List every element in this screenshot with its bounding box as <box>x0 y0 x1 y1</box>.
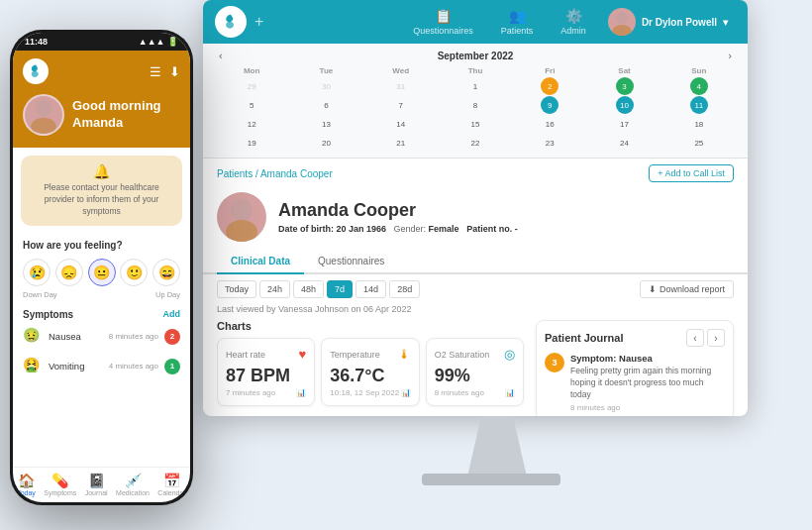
time-btn-today[interactable]: Today <box>217 280 256 298</box>
phone-nav-journal[interactable]: 📓 Journal <box>85 473 108 496</box>
time-filter: Today 24h 48h 7d 14d 28d ⬇ Download repo… <box>203 274 748 304</box>
cal-day[interactable]: 8 <box>466 96 484 114</box>
patient-profile: Amanda Cooper Date of birth: 20 Jan 1966… <box>203 188 748 250</box>
monitor-screen: + 📋 Questionnaires 👥 Patients ⚙️ Admin <box>203 0 748 416</box>
mood-happy[interactable]: 😄 <box>152 259 180 286</box>
cal-day[interactable]: 7 <box>392 96 410 114</box>
calendar-strip: ‹ September 2022 › Mon Tue Wed Thu Fri S… <box>203 44 748 159</box>
cal-day[interactable]: 10 <box>616 96 634 114</box>
cal-day[interactable]: 29 <box>243 77 260 95</box>
add-to-call-button[interactable]: + Add to Call List <box>649 164 734 182</box>
patient-no: Patient no. - <box>466 224 518 234</box>
calendar-next-arrow[interactable]: › <box>724 50 736 61</box>
svg-point-4 <box>231 199 253 221</box>
svg-point-5 <box>226 220 257 242</box>
phone-nav-calendar[interactable]: 📅 Calendar <box>157 473 185 496</box>
cal-day[interactable]: 18 <box>690 115 708 133</box>
phone-nav-medication[interactable]: 💉 Medication <box>116 473 150 496</box>
cal-day[interactable]: 25 <box>690 134 708 152</box>
cal-day[interactable]: 11 <box>690 96 708 114</box>
cal-day[interactable]: 3 <box>616 77 634 95</box>
cal-day[interactable]: 15 <box>466 115 484 133</box>
cal-day[interactable]: 22 <box>466 134 484 152</box>
time-btn-24h[interactable]: 24h <box>259 280 290 298</box>
header-user-dropdown-icon[interactable]: ▾ <box>723 17 728 28</box>
phone-bottom-nav: 🏠 Today 💊 Symptoms 📓 Journal 💉 Medicatio… <box>13 467 190 502</box>
cal-day[interactable]: 31 <box>392 77 410 95</box>
cal-day[interactable]: 6 <box>317 96 335 114</box>
add-icon[interactable]: + <box>254 13 263 31</box>
cal-day[interactable]: 2 <box>541 77 558 95</box>
calendar-grid: Mon Tue Wed Thu Fri Sat Sun 29 30 31 1 2… <box>215 65 736 152</box>
time-buttons: Today 24h 48h 7d 14d 28d <box>217 280 420 298</box>
cal-day[interactable]: 4 <box>690 77 708 95</box>
cal-day[interactable]: 14 <box>392 115 410 133</box>
mood-ok[interactable]: 🙂 <box>120 259 148 286</box>
bell-icon: 🔔 <box>31 163 172 179</box>
phone-nav-symptoms[interactable]: 💊 Symptoms <box>44 473 76 496</box>
phone-header-icons[interactable]: ☰ ⬇ <box>150 64 180 79</box>
download-icon[interactable]: ⬇ <box>169 64 180 79</box>
mood-sad[interactable]: 😢 <box>23 259 51 286</box>
phone-nav-journal-label: Journal <box>85 489 108 496</box>
journal-next-button[interactable]: › <box>707 329 725 347</box>
phone-nav-today[interactable]: 🏠 Today <box>17 473 36 496</box>
cal-day[interactable]: 20 <box>317 134 335 152</box>
journal-entry-text: Feeling pretty grim again this morning h… <box>570 366 725 401</box>
cal-day[interactable]: 13 <box>317 115 335 133</box>
tab-clinical-data[interactable]: Clinical Data <box>217 250 304 274</box>
mood-selector[interactable]: 😢 😞 😐 🙂 😄 <box>13 255 190 290</box>
cal-day[interactable]: 17 <box>616 115 634 133</box>
download-report-label: Download report <box>660 284 725 294</box>
phone-nausea-badge: 2 <box>164 329 180 345</box>
cal-day[interactable]: 5 <box>243 96 260 114</box>
header-nav: 📋 Questionnaires 👥 Patients ⚙️ Admin <box>399 2 736 42</box>
cal-day[interactable]: 23 <box>541 134 558 152</box>
time-btn-28d[interactable]: 28d <box>389 280 420 298</box>
temperature-header: Temperature 🌡 <box>330 347 410 362</box>
temperature-chart-icon: 📊 <box>401 388 411 397</box>
header-nav-questionnaires-label: Questionnaires <box>413 26 473 36</box>
dob-value: 20 Jan 1966 <box>337 224 387 234</box>
patient-meta: Date of birth: 20 Jan 1966 Gender: Femal… <box>278 224 518 234</box>
cal-day[interactable]: 1 <box>466 77 484 95</box>
cal-day[interactable]: 12 <box>243 115 260 133</box>
menu-icon[interactable]: ☰ <box>150 64 161 79</box>
mood-down[interactable]: 😞 <box>55 259 83 286</box>
header-user-name: Dr Dylon Powell <box>642 17 717 28</box>
cal-day[interactable]: 16 <box>541 115 558 133</box>
header-nav-patients[interactable]: 👥 Patients <box>487 2 548 42</box>
download-report-button[interactable]: ⬇ Download report <box>640 280 734 298</box>
time-btn-14d[interactable]: 14d <box>355 280 386 298</box>
phone-add-symptom-button[interactable]: Add <box>163 309 181 319</box>
tab-questionnaires[interactable]: Questionnaires <box>304 250 398 274</box>
journal-prev-button[interactable]: ‹ <box>686 329 704 347</box>
heart-rate-label: Heart rate <box>226 350 265 360</box>
calendar-month-row: ‹ September 2022 › <box>215 50 736 61</box>
mood-neutral[interactable]: 😐 <box>88 259 116 286</box>
cal-day[interactable]: 9 <box>541 96 558 114</box>
journal-severity-badge: 3 <box>545 353 564 372</box>
cal-day[interactable]: 24 <box>616 134 634 152</box>
calendar-prev-arrow[interactable]: ‹ <box>215 50 227 61</box>
cal-day[interactable]: 30 <box>317 77 335 95</box>
phone-status-bar: 11:48 ▲▲▲ 🔋 <box>13 33 190 51</box>
time-btn-48h[interactable]: 48h <box>293 280 324 298</box>
phone-nav-calendar-label: Calendar <box>157 489 185 496</box>
calendar-nav-icon: 📅 <box>163 473 180 488</box>
phone-user-avatar <box>23 94 64 136</box>
cal-day[interactable]: 19 <box>243 134 260 152</box>
app-header: + 📋 Questionnaires 👥 Patients ⚙️ Admin <box>203 0 748 44</box>
cal-day[interactable]: 21 <box>392 134 410 152</box>
heart-rate-chart-icon: 📊 <box>296 388 306 397</box>
o2-value: 99% <box>435 366 515 386</box>
phone-symptoms-label: Symptoms <box>23 309 73 320</box>
header-nav-questionnaires[interactable]: 📋 Questionnaires <box>399 2 487 42</box>
heart-rate-time: 7 minutes ago 📊 <box>226 388 306 397</box>
time-btn-7d[interactable]: 7d <box>327 280 353 298</box>
phone-vomiting-badge: 1 <box>164 359 180 374</box>
monitor-base <box>422 474 560 485</box>
phone-symptom-time-2: 4 minutes ago <box>109 362 158 371</box>
header-nav-admin[interactable]: ⚙️ Admin <box>547 2 600 42</box>
heart-rate-card: Heart rate ♥ 87 BPM 7 minutes ago 📊 <box>217 338 315 406</box>
